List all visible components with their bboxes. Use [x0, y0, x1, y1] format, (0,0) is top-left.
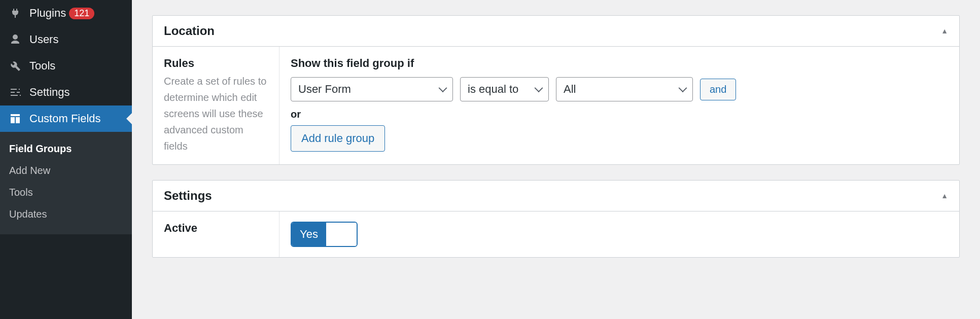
- location-postbox: Location ▲ Rules Create a set of rules t…: [152, 15, 960, 165]
- plugins-update-badge: 121: [69, 8, 94, 19]
- location-title: Location: [164, 24, 215, 38]
- toggle-on-label: Yes: [292, 223, 326, 246]
- sidebar-item-label: Custom Fields: [29, 112, 101, 125]
- sidebar-item-settings[interactable]: Settings: [0, 79, 132, 105]
- settings-left-col: Active: [153, 211, 279, 257]
- sidebar-submenu: Field Groups Add New Tools Updates: [0, 132, 132, 234]
- caret-up-icon[interactable]: ▲: [941, 27, 948, 35]
- rule-value-wrap: All: [556, 77, 693, 101]
- submenu-item-tools[interactable]: Tools: [0, 182, 132, 203]
- settings-postbox: Settings ▲ Active Yes: [152, 180, 960, 258]
- sliders-icon: [8, 85, 22, 99]
- sidebar-item-label: Settings: [29, 86, 70, 99]
- add-rule-group-button[interactable]: Add rule group: [291, 125, 385, 152]
- submenu-item-updates[interactable]: Updates: [0, 203, 132, 225]
- rule-operator-select[interactable]: is equal to: [460, 77, 549, 101]
- sidebar-item-label: Plugins: [29, 7, 66, 20]
- rule-operator-wrap: is equal to: [460, 77, 549, 101]
- rules-description: Create a set of rules to determine which…: [164, 73, 268, 154]
- caret-up-icon[interactable]: ▲: [941, 192, 948, 200]
- sidebar-item-label: Tools: [29, 59, 55, 73]
- wrench-icon: [8, 59, 22, 73]
- submenu-item-field-groups[interactable]: Field Groups: [0, 138, 132, 160]
- sidebar-item-label: Users: [29, 33, 58, 46]
- settings-header[interactable]: Settings ▲: [153, 181, 959, 211]
- and-button[interactable]: and: [700, 79, 736, 100]
- admin-sidebar: Plugins 121 Users Tools Settings Custom …: [0, 0, 132, 319]
- or-label: or: [291, 109, 948, 120]
- show-if-label: Show this field group if: [291, 57, 948, 70]
- location-body: Rules Create a set of rules to determine…: [153, 47, 959, 164]
- rule-row: User Form is equal to All and: [291, 77, 948, 101]
- user-icon: [8, 32, 22, 47]
- sidebar-item-tools[interactable]: Tools: [0, 53, 132, 79]
- main-content: Location ▲ Rules Create a set of rules t…: [132, 0, 980, 319]
- sidebar-item-plugins[interactable]: Plugins 121: [0, 0, 132, 26]
- location-header[interactable]: Location ▲: [153, 16, 959, 47]
- submenu-item-add-new[interactable]: Add New: [0, 160, 132, 182]
- sidebar-item-custom-fields[interactable]: Custom Fields: [0, 105, 132, 132]
- settings-title: Settings: [164, 189, 212, 203]
- rule-param-select[interactable]: User Form: [291, 77, 453, 101]
- rule-value-select[interactable]: All: [556, 77, 693, 101]
- sidebar-item-users[interactable]: Users: [0, 26, 132, 53]
- location-right-col: Show this field group if User Form is eq…: [279, 47, 959, 164]
- toggle-handle: [326, 223, 357, 246]
- rule-param-wrap: User Form: [291, 77, 453, 101]
- active-toggle[interactable]: Yes: [291, 222, 358, 247]
- layout-icon: [8, 112, 22, 126]
- location-left-col: Rules Create a set of rules to determine…: [153, 47, 279, 164]
- settings-body: Active Yes: [153, 211, 959, 257]
- settings-right-col: Yes: [279, 211, 959, 257]
- plug-icon: [8, 6, 22, 20]
- rules-heading: Rules: [164, 57, 268, 70]
- active-label: Active: [164, 222, 268, 235]
